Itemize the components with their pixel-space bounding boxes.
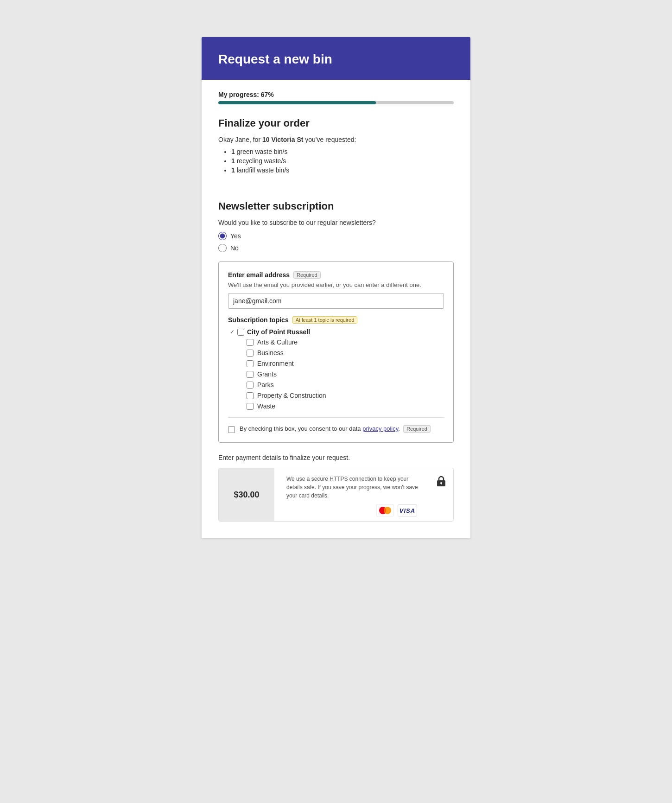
topic-checkbox-parks[interactable] (247, 382, 254, 389)
finalize-section: Finalize your order Okay Jane, for 10 Vi… (218, 117, 454, 174)
intro-text-suffix: you've requested: (303, 136, 356, 143)
consent-divider (228, 417, 444, 418)
lock-icon-container (435, 468, 453, 488)
payment-section: Enter payment details to finalize your r… (218, 454, 454, 522)
topic-child-environment: Environment (247, 360, 444, 367)
email-label: Enter email address (228, 271, 290, 279)
radio-yes-label[interactable]: Yes (218, 232, 454, 240)
payment-title: Enter payment details to finalize your r… (218, 454, 454, 461)
chevron-down-icon: ✓ (230, 329, 235, 335)
newsletter-radio-group: Yes No (218, 232, 454, 252)
radio-yes[interactable] (218, 232, 227, 240)
progress-label: My progress: 67% (218, 91, 454, 98)
topics-label-row: Subscription topics At least 1 topic is … (228, 316, 444, 324)
order-item-3: 1 landfill waste bin/s (231, 166, 454, 174)
finalize-title: Finalize your order (218, 117, 454, 129)
topic-label-business: Business (257, 349, 284, 357)
page-header: Request a new bin (202, 37, 470, 80)
lock-icon (435, 475, 448, 488)
email-hint: We'll use the email you provided earlier… (228, 281, 444, 288)
topic-child-parks: Parks (247, 381, 444, 389)
radio-yes-text: Yes (230, 232, 241, 240)
order-list: 1 green waste bin/s 1 recycling waste/s … (218, 148, 454, 174)
consent-prefix: By checking this box, you consent to our… (240, 425, 362, 432)
radio-no-label[interactable]: No (218, 244, 454, 252)
topic-checkbox-environment[interactable] (247, 360, 254, 367)
topic-checkbox-property[interactable] (247, 392, 254, 399)
topic-label-environment: Environment (257, 360, 294, 367)
topic-child-grants: Grants (247, 370, 444, 378)
visa-icon: VISA (398, 504, 417, 516)
main-card: Request a new bin My progress: 67% Final… (202, 37, 470, 538)
visa-text: VISA (399, 507, 415, 514)
email-label-row: Enter email address Required (228, 271, 444, 279)
progress-bar-track (218, 101, 454, 104)
consent-text: By checking this box, you consent to our… (240, 425, 431, 432)
topic-checkbox-business[interactable] (247, 350, 254, 357)
newsletter-title: Newsletter subscription (218, 200, 454, 212)
topic-label-arts: Arts & Culture (257, 338, 298, 346)
topic-parent-row: ✓ City of Point Russell (230, 328, 444, 336)
topic-checkbox-grants[interactable] (247, 371, 254, 378)
progress-bar-fill (218, 101, 376, 104)
intro-text-prefix: Okay Jane, for (218, 136, 262, 143)
topic-parent-label: City of Point Russell (247, 328, 310, 336)
svg-rect-5 (441, 483, 442, 484)
privacy-policy-link[interactable]: privacy policy (362, 425, 398, 432)
topic-checkbox-arts[interactable] (247, 339, 254, 346)
email-box: Enter email address Required We'll use t… (218, 261, 454, 443)
order-item-2: 1 recycling waste/s (231, 157, 454, 165)
topic-child-arts: Arts & Culture (247, 338, 444, 346)
consent-suffix: . (398, 425, 400, 432)
topic-label-parks: Parks (257, 381, 274, 389)
finalize-address: 10 Victoria St (262, 136, 303, 143)
topics-required-badge: At least 1 topic is required (292, 316, 358, 324)
topics-label: Subscription topics (228, 316, 289, 324)
newsletter-section: Newsletter subscription Would you like t… (218, 200, 454, 443)
payment-amount: $30.00 (219, 468, 274, 521)
payment-card: $30.00 We use a secure HTTPS connection … (218, 468, 454, 522)
topic-children: Arts & Culture Business Environment (230, 338, 444, 410)
consent-checkbox[interactable] (228, 426, 235, 433)
consent-row: By checking this box, you consent to our… (228, 425, 444, 433)
consent-required-badge: Required (403, 425, 431, 433)
email-required-badge: Required (293, 271, 321, 279)
payment-icons: VISA (286, 504, 423, 516)
topic-label-waste: Waste (257, 402, 275, 410)
radio-no[interactable] (218, 244, 227, 252)
topic-label-property: Property & Construction (257, 392, 326, 399)
topic-child-business: Business (247, 349, 444, 357)
order-item-1: 1 green waste bin/s (231, 148, 454, 155)
payment-info: We use a secure HTTPS connection to keep… (282, 468, 427, 521)
topic-checkbox-waste[interactable] (247, 403, 254, 410)
mastercard-icon (376, 504, 394, 516)
email-input[interactable] (228, 293, 444, 309)
page-body: My progress: 67% Finalize your order Oka… (202, 80, 470, 538)
topic-parent-checkbox[interactable] (237, 329, 244, 336)
page-title: Request a new bin (218, 52, 454, 67)
payment-info-text: We use a secure HTTPS connection to keep… (286, 475, 423, 500)
finalize-intro: Okay Jane, for 10 Victoria St you've req… (218, 136, 454, 143)
radio-no-text: No (230, 244, 239, 252)
topic-child-property: Property & Construction (247, 392, 444, 399)
topics-tree: ✓ City of Point Russell Arts & Culture B… (228, 328, 444, 410)
progress-section: My progress: 67% (218, 91, 454, 104)
topic-child-waste: Waste (247, 402, 444, 410)
topic-label-grants: Grants (257, 370, 277, 378)
newsletter-question: Would you like to subscribe to our regul… (218, 219, 454, 226)
